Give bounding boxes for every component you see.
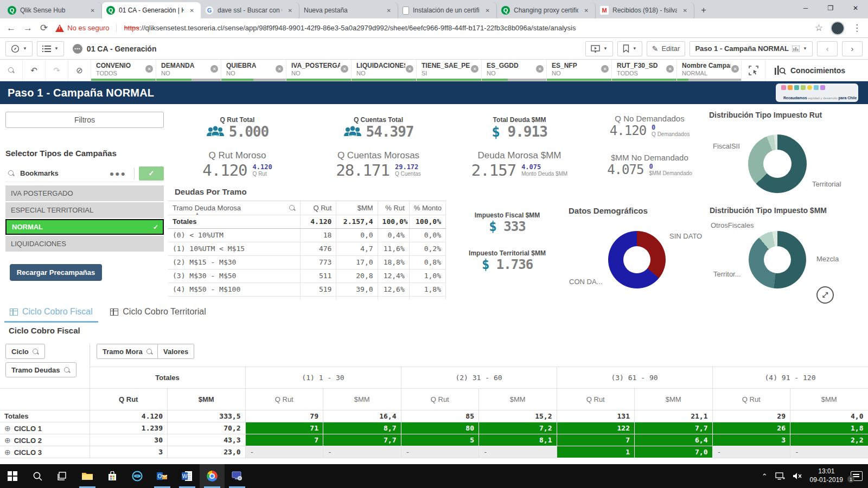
pivot-cell[interactable]: 7,0 (635, 446, 713, 458)
pivot-cell[interactable]: 26 (712, 422, 790, 434)
kpi-total-deuda[interactable]: Total Deuda $MM $ 9.913 (461, 116, 578, 140)
pivot-cell[interactable]: - (790, 446, 868, 458)
campaign-item[interactable]: ESPECIAL TERRITORIAL (5, 202, 164, 218)
kpi-deuda-morosa[interactable]: Deuda Morosa $MM 2.1574.075Monto Deuda $… (461, 150, 578, 179)
browser-tab[interactable]: Nueva pestaña✕ (299, 2, 398, 18)
pivot-cell[interactable]: 4,0 (790, 410, 868, 422)
kpi-impuesto-territorial[interactable]: Impuesto Territorial $MM $ 1.736 (450, 249, 564, 272)
insights-panel-toggle[interactable]: Conocimientos (765, 60, 868, 81)
tab-close-icon[interactable]: ✕ (681, 7, 690, 15)
previous-sheet-button[interactable]: ‹ (817, 41, 838, 56)
kpi-q-cuentas-total[interactable]: Q Cuentas Total 54.397 (320, 116, 437, 140)
deudas-col-tramo[interactable]: Tramo Deuda Morosa ▲ (168, 201, 301, 215)
pivot-cell[interactable]: 333,5 (168, 410, 246, 422)
chip-clear-icon[interactable]: ✕ (276, 65, 283, 73)
table-row[interactable]: (3) M$30 - M$5051120,812,4%1,0% (168, 269, 446, 282)
selection-chip[interactable]: ES_GGDDNO✕ (482, 60, 547, 81)
selection-chip[interactable]: ES_NFPNO✕ (547, 60, 612, 81)
word-button[interactable]: W (175, 464, 200, 488)
sheet-selector[interactable]: Paso 1 - Campaña NORMAL ▼ (690, 41, 813, 56)
donut-demo-label-sindato[interactable]: SIN DATO (669, 232, 702, 240)
clear-selections-icon[interactable]: ⊘ (68, 60, 91, 81)
internet-explorer-button[interactable] (125, 464, 150, 488)
table-row[interactable]: (2) M$15 - M$3077317,018,8%0,8% (168, 255, 446, 269)
browser-tab[interactable]: QChanging proxy certifica✕ (497, 2, 596, 18)
search-icon[interactable] (146, 348, 153, 355)
pivot-cell[interactable]: - (401, 446, 479, 458)
pivot-cell[interactable]: 29 (712, 410, 790, 422)
pivot-cell[interactable]: 6,4 (635, 434, 713, 446)
pivot-subheader[interactable]: Q Rut (712, 389, 790, 410)
campaign-item[interactable]: IVA POSTERGADO (5, 185, 164, 201)
pivot-cell[interactable]: 43,3 (168, 434, 246, 446)
notifications-icon[interactable]: 1 (851, 471, 863, 481)
chip-clear-icon[interactable]: ✕ (210, 65, 218, 73)
pivot-cell[interactable]: 8,7 (323, 422, 401, 434)
expand-icon[interactable]: ⤢ (816, 286, 834, 304)
forward-icon[interactable]: → (23, 23, 33, 34)
browser-tab[interactable]: QQlik Sense Hub✕ (3, 2, 102, 18)
task-view-button[interactable] (50, 464, 75, 488)
chip-clear-icon[interactable]: ✕ (666, 65, 674, 73)
pivot-cell[interactable]: 8,1 (479, 434, 557, 446)
valores-button[interactable]: Valores (157, 344, 194, 359)
selection-chip[interactable]: CONVENIOTODOS✕ (91, 60, 156, 81)
microsoft-store-button[interactable] (100, 464, 125, 488)
ciclo-dimension-button[interactable]: Ciclo (5, 344, 45, 359)
deudas-col-mm[interactable]: $MM (336, 201, 378, 215)
pivot-subheader[interactable]: $MM (479, 389, 557, 410)
pivot-row[interactable]: Totales4.120333,57916,48515,213121,1294,… (0, 410, 868, 422)
minimize-button[interactable]: ─ (793, 0, 818, 16)
start-button[interactable] (0, 464, 25, 488)
pivot-cell[interactable]: 5 (401, 434, 479, 446)
tab-close-icon[interactable]: ✕ (286, 7, 295, 15)
pivot-cell[interactable]: 7 (557, 434, 635, 446)
pivot-group-header[interactable]: (2) 31 - 60 (401, 367, 557, 389)
table-row[interactable]: (4) M$50 - M$10051939,012,6%1,8% (168, 282, 446, 296)
expand-plus-icon[interactable]: ⊕ (4, 424, 11, 433)
pivot-cell[interactable]: 3 (712, 434, 790, 446)
search-icon[interactable] (32, 348, 39, 355)
donut-demo-label-condato[interactable]: CON DA... (569, 278, 602, 286)
bookmark-star-icon[interactable]: ☆ (815, 22, 823, 34)
network-icon[interactable] (775, 472, 785, 480)
selection-chip[interactable]: Nombre CampanaNORMAL✕ (677, 60, 741, 81)
pivot-cell[interactable]: 15,2 (479, 410, 557, 422)
deudas-col-qrut[interactable]: Q Rut (301, 201, 336, 215)
table-row[interactable]: (0) < 10%UTM180,00,4%0,0% (168, 228, 446, 242)
pivot-cell[interactable]: 1,8 (790, 422, 868, 434)
outlook-button[interactable]: O (150, 464, 175, 488)
tramo-mora-dimension-button[interactable]: Tramo Mora (97, 344, 159, 359)
pivot-row[interactable]: ⊕CICLO 3323,0----17,0-- (0, 446, 868, 458)
selection-chip[interactable]: RUT_F30_SDTODOS✕ (612, 60, 677, 81)
pivot-cell[interactable]: 3 (90, 446, 168, 458)
chip-clear-icon[interactable]: ✕ (731, 65, 739, 73)
pivot-cell[interactable]: 70,2 (168, 422, 246, 434)
storytelling-button[interactable]: ▼ (585, 41, 613, 56)
table-row[interactable]: (1) 10%UTM < M$154764,711,6%0,2% (168, 242, 446, 255)
deudas-col-prut[interactable]: % Rut (378, 201, 409, 215)
kpi-q-rut-total[interactable]: Q Rut Total 5.000 (179, 116, 296, 140)
sheet-list-button[interactable]: ▼ (37, 41, 64, 56)
selection-chip[interactable]: DEMANDANO✕ (156, 60, 221, 81)
donut-mm-label-territorial[interactable]: Territor... (713, 270, 741, 278)
pivot-subheader[interactable]: $MM (323, 389, 401, 410)
browser-tab[interactable]: MRecibidos (918) - fsilva@✕ (596, 2, 694, 18)
pivot-subheader[interactable]: $MM (790, 389, 868, 410)
pivot-cell[interactable]: - (712, 446, 790, 458)
expand-plus-icon[interactable]: ⊕ (4, 448, 11, 457)
tray-expand-icon[interactable]: ⌃ (762, 472, 768, 480)
security-warning[interactable]: No es seguro (55, 24, 116, 32)
next-sheet-button[interactable]: › (842, 41, 863, 56)
campaign-item[interactable]: LIQUIDACIONES (5, 236, 164, 252)
pivot-cell[interactable]: - (245, 446, 323, 458)
pivot-subheader[interactable]: $MM (168, 389, 246, 410)
smart-search-icon[interactable] (0, 60, 23, 81)
pivot-cell[interactable]: 7,7 (635, 422, 713, 434)
maximize-button[interactable]: ❐ (818, 0, 843, 16)
browser-tab[interactable]: Gdave ssl - Buscar con Go✕ (201, 2, 299, 18)
pivot-subheader[interactable]: Q Rut (401, 389, 479, 410)
new-tab-button[interactable]: + (697, 3, 711, 17)
donut-impuesto-mm[interactable] (749, 231, 806, 288)
donut-rut-label-territorial[interactable]: Territorial (812, 180, 841, 188)
